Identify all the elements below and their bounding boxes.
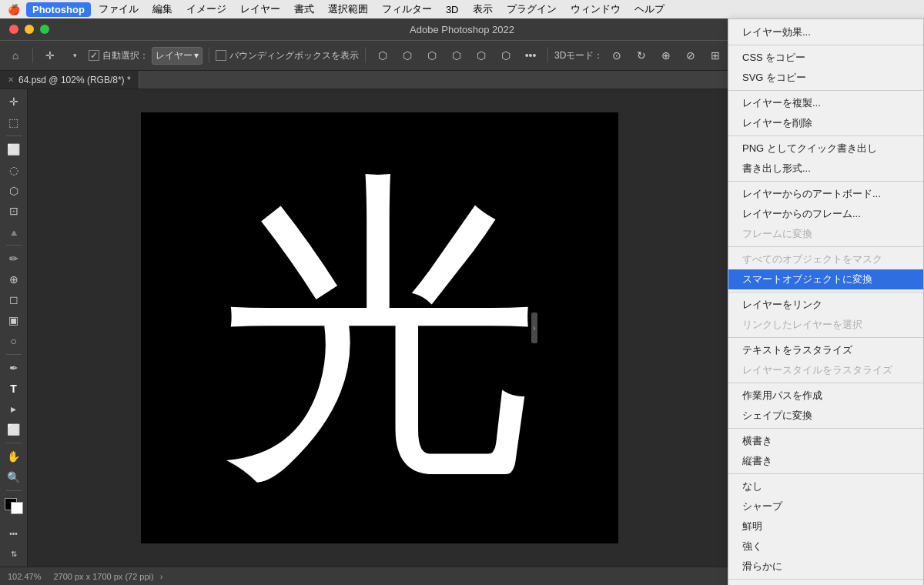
ctx-item-強く[interactable]: 強く (728, 537, 923, 557)
tool-sep-5 (6, 490, 22, 491)
3d-mode-label: 3Dモード： (554, 49, 603, 62)
menu-plugins[interactable]: プラグイン (500, 1, 563, 18)
move-tool[interactable]: ✛ (3, 92, 25, 112)
more-icon[interactable]: ••• (520, 45, 541, 66)
zoom-tool[interactable]: 🔍 (3, 468, 25, 487)
pen-tool[interactable]: ✒ (3, 359, 25, 378)
toolbar-sep-2 (209, 48, 209, 63)
crop-tool[interactable]: ⊡ (3, 202, 25, 221)
color-picker[interactable] (5, 498, 23, 514)
toolbar-sep-3 (365, 48, 366, 63)
move-icon[interactable]: ✛ (39, 45, 61, 66)
ctx-item-レイヤーからのアートボード[interactable]: レイヤーからのアートボード... (728, 184, 923, 204)
object-select-tool[interactable]: ⬡ (3, 181, 25, 200)
ctx-item-PNG-としてクイック書き出し[interactable]: PNG としてクイック書き出し (728, 139, 923, 159)
path-select-tool[interactable]: ▸ (3, 399, 25, 419)
align-right-icon[interactable]: ⬡ (421, 45, 443, 66)
menu-type[interactable]: 書式 (288, 1, 320, 18)
ctx-item-レイヤーをリンク[interactable]: レイヤーをリンク (728, 295, 923, 315)
layer-dropdown[interactable]: レイヤー▾ (152, 47, 203, 65)
ctx-item-レイヤー効果[interactable]: レイヤー効果... (728, 22, 923, 42)
ctx-item-レイヤーを削除[interactable]: レイヤーを削除 (728, 113, 923, 133)
move-expand-icon[interactable]: ▾ (64, 45, 85, 66)
dodge-tool[interactable]: ○ (3, 331, 25, 350)
auto-select-checkbox[interactable]: ✓ (89, 50, 99, 61)
extra-tools[interactable]: ••• (3, 524, 25, 543)
ctx-item-シャープ[interactable]: シャープ (728, 496, 923, 516)
marquee-tool[interactable]: ⬜ (3, 140, 25, 159)
menu-edit[interactable]: 編集 (146, 1, 179, 18)
ctx-item-横書き[interactable]: 横書き (728, 431, 923, 451)
maximize-button[interactable] (40, 25, 49, 34)
ctx-separator (728, 337, 923, 338)
ctx-separator (728, 135, 923, 136)
panel-collapse-handle[interactable]: › (531, 313, 537, 343)
eyedropper-tool[interactable]: ⟁ (3, 222, 25, 241)
3d-pan-icon[interactable]: ⊕ (655, 45, 677, 66)
align-center-v-icon[interactable]: ⬡ (470, 45, 492, 66)
ctx-item-縦書き[interactable]: 縦書き (728, 451, 923, 471)
close-button[interactable] (9, 25, 18, 34)
hand-tool[interactable]: ✋ (3, 447, 25, 466)
clone-tool[interactable]: ⊕ (3, 270, 25, 289)
zoom-level: 102.47% (8, 572, 41, 581)
shape-tool[interactable]: ⬜ (3, 420, 25, 440)
ctx-item-スマートオブジェクトに変換[interactable]: スマートオブジェクトに変換 (728, 269, 923, 289)
3d-scale-icon[interactable]: ⊞ (705, 45, 726, 66)
ctx-separator (728, 383, 923, 383)
artboard-tool[interactable]: ⬚ (3, 113, 25, 132)
ctx-item-Mac-LCD[interactable]: Mac LCD (728, 582, 923, 585)
ctx-item-作業用パスを作成[interactable]: 作業用パスを作成 (728, 386, 923, 406)
bounding-box-checkbox[interactable] (216, 50, 226, 61)
ctx-item-なし[interactable]: なし (728, 476, 923, 496)
doc-tab-close[interactable]: ✕ (8, 75, 14, 84)
align-center-h-icon[interactable]: ⬡ (397, 45, 418, 66)
ctx-item-SVG-をコピー[interactable]: SVG をコピー (728, 68, 923, 88)
menu-window[interactable]: ウィンドウ (564, 1, 627, 18)
gradient-tool[interactable]: ▣ (3, 311, 25, 330)
apple-menu[interactable]: 🍎 (6, 2, 22, 17)
3d-orbit-icon[interactable]: ⊙ (606, 45, 628, 66)
menu-file[interactable]: ファイル (92, 1, 145, 18)
ctx-item-シェイプに変換[interactable]: シェイプに変換 (728, 406, 923, 426)
ctx-item-テキストをラスタライズ[interactable]: テキストをラスタライズ (728, 340, 923, 360)
align-left-icon[interactable]: ⬡ (372, 45, 393, 66)
ctx-item-滑らかに[interactable]: 滑らかに (728, 557, 923, 577)
menu-view[interactable]: 表示 (467, 1, 499, 18)
more-tools-icon[interactable]: ⇅ (3, 545, 25, 564)
tool-sep-2 (6, 245, 22, 246)
home-icon[interactable]: ⌂ (5, 45, 26, 66)
menu-help[interactable]: ヘルプ (628, 1, 671, 18)
menu-photoshop[interactable]: Photoshop (26, 2, 91, 17)
ctx-separator (728, 428, 923, 429)
eraser-tool[interactable]: ◻ (3, 290, 25, 309)
align-bottom-icon[interactable]: ⬡ (495, 45, 517, 66)
ctx-item-レイヤースタイルをラスタライズ: レイヤースタイルをラスタライズ (728, 360, 923, 380)
lasso-tool[interactable]: ◌ (3, 161, 25, 180)
background-color[interactable] (11, 502, 23, 514)
toolbar-sep-4 (547, 48, 548, 63)
ctx-item-CSS-をコピー[interactable]: CSS をコピー (728, 48, 923, 68)
brush-tool[interactable]: ✏ (3, 249, 25, 269)
menu-3d[interactable]: 3D (440, 2, 465, 17)
ctx-item-レイヤーを複製[interactable]: レイヤーを複製... (728, 93, 923, 113)
status-arrow[interactable]: › (160, 572, 163, 581)
3d-roll-icon[interactable]: ↻ (631, 45, 652, 66)
menu-select[interactable]: 選択範囲 (322, 1, 374, 18)
ctx-separator (728, 292, 923, 292)
align-top-icon[interactable]: ⬡ (446, 45, 467, 66)
ctx-item-書き出し形式[interactable]: 書き出し形式... (728, 159, 923, 179)
ctx-item-鮮明[interactable]: 鮮明 (728, 516, 923, 537)
menu-filter[interactable]: フィルター (376, 1, 438, 18)
left-toolbox: ✛ ⬚ ⬜ ◌ ⬡ ⊡ ⟁ ✏ ⊕ ◻ ▣ ○ ✒ T ▸ ⬜ ✋ 🔍 ••• … (0, 89, 28, 567)
minimize-button[interactable] (25, 25, 34, 34)
ctx-item-リンクしたレイヤーを選択: リンクしたレイヤーを選択 (728, 315, 923, 335)
menu-layer[interactable]: レイヤー (234, 1, 286, 18)
3d-slide-icon[interactable]: ⊘ (680, 45, 701, 66)
menu-image[interactable]: イメージ (180, 1, 233, 18)
canvas: 光 (141, 112, 618, 543)
document-tab[interactable]: ✕ 64.psd @ 102% (RGB/8*) * (0, 71, 139, 89)
ctx-item-レイヤーからのフレーム[interactable]: レイヤーからのフレーム... (728, 204, 923, 224)
ctx-separator (728, 90, 923, 91)
type-tool[interactable]: T (3, 379, 25, 398)
